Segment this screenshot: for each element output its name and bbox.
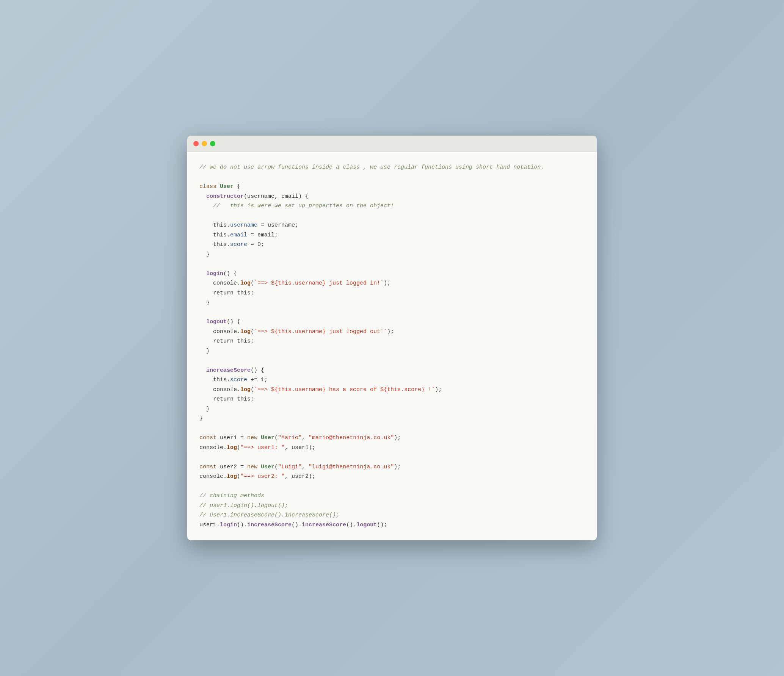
code-editor: // we do not use arrow functions inside … — [187, 152, 597, 540]
minimize-button[interactable] — [202, 141, 207, 146]
maximize-button[interactable] — [210, 141, 215, 146]
code-line-user1: const user1 = new User("Mario", "mario@t… — [199, 433, 585, 443]
code-line-login-return: return this; — [199, 288, 585, 298]
code-line-score: this.score = 0; — [199, 240, 585, 250]
code-line-comment-2: // this is were we set up properties on … — [199, 201, 585, 211]
code-line-blank-7 — [199, 452, 585, 462]
code-line-blank-8 — [199, 482, 585, 491]
code-line-close-logout: } — [199, 346, 585, 356]
titlebar — [187, 136, 597, 152]
code-line-login-log: console.log(`==> ${this.username} just l… — [199, 279, 585, 288]
code-line-blank-3 — [199, 259, 585, 269]
code-line-increase-score: this.score += 1; — [199, 375, 585, 385]
code-line-logout-def: logout() { — [199, 317, 585, 327]
code-line-blank-4 — [199, 308, 585, 318]
code-line-log-user1: console.log("==> user1: ", user1); — [199, 443, 585, 453]
close-button[interactable] — [193, 141, 199, 146]
code-line-comment-chain3: // user1.increaseScore().increaseScore()… — [199, 510, 585, 520]
code-window: // we do not use arrow functions inside … — [187, 136, 597, 540]
code-line-logout-return: return this; — [199, 336, 585, 346]
code-line-comment-chain2: // user1.login().logout(); — [199, 501, 585, 511]
code-line-blank-6 — [199, 424, 585, 433]
code-line-chain-call: user1.login().increaseScore().increaseSc… — [199, 520, 585, 530]
code-line-blank-2 — [199, 211, 585, 221]
code-line-comment-chain1: // chaining methods — [199, 491, 585, 501]
code-line-blank-1 — [199, 172, 585, 182]
code-line-user2: const user2 = new User("Luigi", "luigi@t… — [199, 462, 585, 472]
code-line-constructor: constructor(username, email) { — [199, 192, 585, 202]
code-line-increase-def: increaseScore() { — [199, 366, 585, 376]
code-line-close-constructor: } — [199, 250, 585, 260]
code-line-close-increase: } — [199, 404, 585, 414]
code-line-close-class: } — [199, 414, 585, 424]
code-line-close-login: } — [199, 298, 585, 308]
code-line-1: // we do not use arrow functions inside … — [199, 163, 585, 172]
code-line-username: this.username = username; — [199, 221, 585, 230]
code-line-email: this.email = email; — [199, 230, 585, 240]
code-line-logout-log: console.log(`==> ${this.username} just l… — [199, 327, 585, 337]
code-line-blank-5 — [199, 356, 585, 366]
code-line-log-user2: console.log("==> user2: ", user2); — [199, 472, 585, 482]
code-line-increase-log: console.log(`==> ${this.username} has a … — [199, 385, 585, 395]
code-line-class: class User { — [199, 182, 585, 192]
code-line-login-def: login() { — [199, 269, 585, 279]
code-line-increase-return: return this; — [199, 394, 585, 404]
